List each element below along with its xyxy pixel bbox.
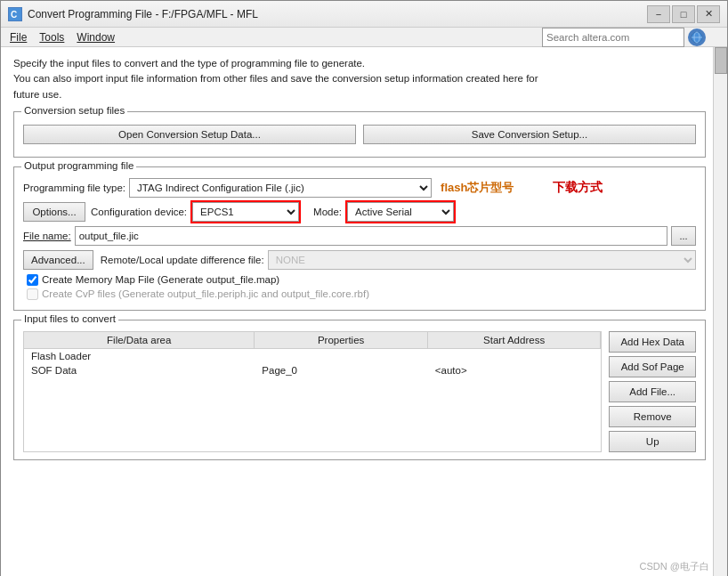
- open-conversion-button[interactable]: Open Conversion Setup Data...: [23, 125, 356, 144]
- cvp-files-label: Create CvP files (Generate output_file.p…: [42, 288, 369, 299]
- maximize-button[interactable]: □: [672, 5, 695, 23]
- remote-local-label: Remote/Local update difference file:: [101, 255, 264, 265]
- add-file-button[interactable]: Add File...: [609, 381, 696, 402]
- browse-button[interactable]: ...: [671, 226, 696, 246]
- memory-map-checkbox[interactable]: [27, 274, 38, 286]
- header-properties: Properties: [255, 332, 428, 348]
- mode-select[interactable]: Active Serial: [347, 202, 454, 222]
- row1-properties: [255, 349, 428, 363]
- files-table: File/Data area Properties Start Address …: [23, 331, 602, 452]
- desc-line2: You can also import input file informati…: [13, 71, 706, 86]
- config-device-select[interactable]: EPCS1: [192, 202, 299, 222]
- row1-file: Flash Loader: [24, 349, 255, 363]
- download-method-annotation: 下载方式: [553, 180, 603, 196]
- table-row: SOF Data Page_0 <auto>: [24, 363, 601, 377]
- remote-local-select[interactable]: NONE: [268, 250, 696, 270]
- header-start-address: Start Address: [428, 332, 602, 348]
- files-action-buttons: Add Hex Data Add Sof Page Add File... Re…: [609, 331, 696, 452]
- row2-start-address: <auto>: [428, 363, 602, 377]
- desc-line3: future use.: [13, 87, 706, 102]
- scrollbar[interactable]: [713, 47, 727, 576]
- description-block: Specify the input files to convert and t…: [13, 56, 706, 102]
- output-group: Output programming file Programming file…: [13, 166, 706, 311]
- menu-file[interactable]: File: [4, 29, 32, 45]
- cvp-files-checkbox[interactable]: [27, 288, 38, 300]
- close-button[interactable]: ✕: [697, 5, 720, 23]
- memory-map-label: Create Memory Map File (Generate output_…: [42, 274, 279, 285]
- options-button[interactable]: Options...: [23, 202, 85, 222]
- config-device-label: Configuration device:: [91, 207, 187, 217]
- menu-window[interactable]: Window: [71, 29, 120, 45]
- save-conversion-button[interactable]: Save Conversion Setup...: [363, 125, 696, 144]
- desc-line1: Specify the input files to convert and t…: [13, 56, 706, 71]
- title-bar: C Convert Programming File - F:/FPGA/MFL…: [1, 1, 727, 28]
- header-file-data-area: File/Data area: [24, 332, 255, 348]
- svg-text:C: C: [11, 10, 17, 20]
- row1-start-address: [428, 349, 602, 363]
- table-row: Flash Loader: [24, 349, 601, 363]
- menu-tools[interactable]: Tools: [34, 29, 69, 45]
- file-name-label: File name:: [23, 231, 71, 241]
- remove-button[interactable]: Remove: [609, 406, 696, 427]
- window-title: Convert Programming File - F:/FPGA/MFL -…: [28, 8, 258, 20]
- app-icon: C: [8, 7, 22, 21]
- search-input[interactable]: [542, 28, 684, 47]
- add-hex-data-button[interactable]: Add Hex Data: [609, 331, 696, 353]
- watermark: CSDN @电子白: [640, 560, 709, 573]
- row2-file: SOF Data: [24, 363, 255, 377]
- add-sof-page-button[interactable]: Add Sof Page: [609, 356, 696, 377]
- input-files-label: Input files to convert: [21, 313, 118, 324]
- prog-type-label: Programming file type:: [23, 183, 125, 193]
- conversion-setup-group: Conversion setup files Open Conversion S…: [13, 111, 706, 158]
- conversion-setup-label: Conversion setup files: [21, 105, 127, 116]
- file-name-input[interactable]: [75, 226, 667, 246]
- minimize-button[interactable]: −: [647, 5, 670, 23]
- advanced-button[interactable]: Advanced...: [23, 250, 93, 270]
- flash-type-annotation: flash芯片型号: [441, 181, 514, 194]
- toolbar-row: File Tools Window: [1, 28, 727, 47]
- search-globe-icon[interactable]: [688, 28, 706, 46]
- up-button[interactable]: Up: [609, 431, 696, 452]
- row2-properties: Page_0: [255, 363, 428, 377]
- mode-label: Mode:: [313, 207, 342, 217]
- input-files-group: Input files to convert File/Data area Pr…: [13, 320, 706, 460]
- prog-type-select[interactable]: JTAG Indirect Configuration File (.jic): [129, 178, 432, 198]
- output-group-label: Output programming file: [21, 160, 136, 171]
